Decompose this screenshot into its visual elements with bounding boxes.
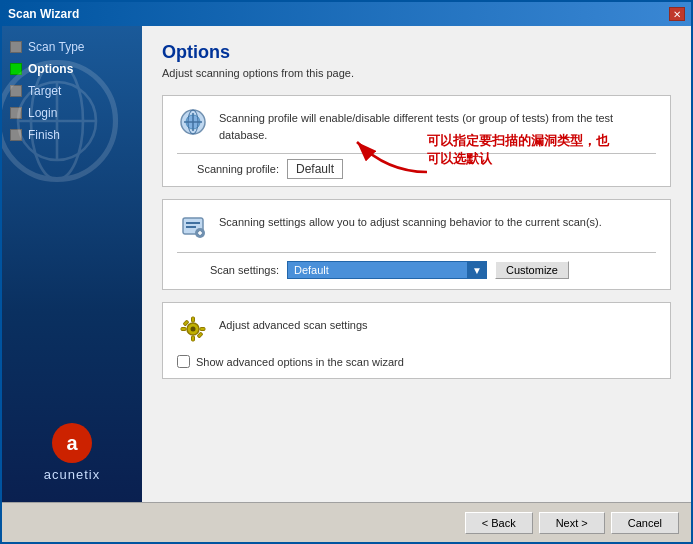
scan-wizard-window: Scan Wizard ✕ Scan Type: [0, 0, 693, 544]
scan-settings-icon: [177, 210, 209, 242]
scanning-profile-section: Scanning profile will enable/disable dif…: [162, 95, 671, 187]
close-button[interactable]: ✕: [669, 7, 685, 21]
advanced-options-checkbox[interactable]: [177, 355, 190, 368]
advanced-settings-icon: [177, 313, 209, 345]
scan-settings-section: Scanning settings allow you to adjust sc…: [162, 199, 671, 290]
scanning-profile-icon: [177, 106, 209, 138]
divider2: [177, 252, 656, 253]
scanning-profile-label: Scanning profile:: [177, 163, 287, 175]
customize-button[interactable]: Customize: [495, 261, 569, 279]
back-button[interactable]: < Back: [465, 512, 533, 534]
arrow-area: [347, 132, 427, 185]
scanning-profile-value: Default: [287, 159, 343, 179]
sidebar-item-scan-type[interactable]: Scan Type: [2, 36, 142, 58]
section2-desc: Scanning settings allow you to adjust sc…: [219, 210, 602, 231]
section3-desc: Adjust advanced scan settings: [219, 313, 368, 334]
advanced-options-checkbox-label[interactable]: Show advanced options in the scan wizard: [196, 356, 404, 368]
svg-point-18: [191, 327, 196, 332]
svg-rect-22: [200, 328, 205, 331]
window-title: Scan Wizard: [8, 7, 79, 21]
next-button[interactable]: Next >: [539, 512, 605, 534]
section3-header: Adjust advanced scan settings: [177, 313, 656, 345]
content-area: Scan Type Options Target Login: [2, 26, 691, 502]
annotation-text: 可以指定要扫描的漏洞类型，也可以选默认: [427, 132, 612, 168]
section2-header: Scanning settings allow you to adjust sc…: [177, 210, 656, 242]
scan-settings-select-wrapper: Default ▼: [287, 261, 487, 279]
scan-settings-row: Scan settings: Default ▼ Customize: [177, 261, 656, 279]
cancel-button[interactable]: Cancel: [611, 512, 679, 534]
svg-rect-20: [192, 336, 195, 341]
svg-rect-19: [192, 317, 195, 322]
sidebar-label-scan-type: Scan Type: [28, 40, 84, 54]
sidebar-logo: a acunetix: [2, 413, 142, 492]
nav-indicator-scan-type: [10, 41, 22, 53]
bottom-bar: < Back Next > Cancel: [2, 502, 691, 542]
acunetix-brand-text: acunetix: [44, 467, 100, 482]
sidebar: Scan Type Options Target Login: [2, 26, 142, 502]
page-title: Options: [162, 42, 671, 63]
scan-settings-label: Scan settings:: [177, 264, 287, 276]
sidebar-bg-decoration: [2, 56, 122, 186]
titlebar: Scan Wizard ✕: [2, 2, 691, 26]
annotation-container: Default: [287, 162, 343, 176]
page-subtitle: Adjust scanning options from this page.: [162, 67, 671, 79]
advanced-settings-section: Adjust advanced scan settings Show advan…: [162, 302, 671, 379]
main-panel: Options Adjust scanning options from thi…: [142, 26, 691, 502]
scanning-profile-row: Scanning profile: Default: [177, 162, 656, 176]
acunetix-icon: a: [52, 423, 92, 463]
svg-rect-21: [181, 328, 186, 331]
svg-rect-13: [186, 226, 196, 228]
advanced-options-checkbox-row: Show advanced options in the scan wizard: [177, 355, 656, 368]
annotation-group: 可以指定要扫描的漏洞类型，也可以选默认: [347, 132, 612, 185]
svg-rect-12: [186, 222, 200, 224]
scan-settings-select[interactable]: Default: [287, 261, 487, 279]
red-arrow-svg: [347, 132, 427, 182]
